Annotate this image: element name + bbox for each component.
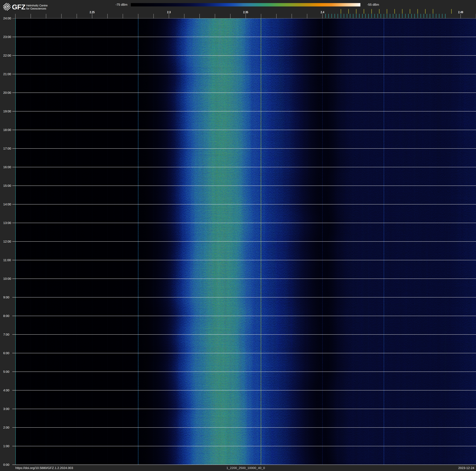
svg-text:6:00: 6:00 [3,351,9,355]
svg-text:13:00: 13:00 [3,221,11,225]
svg-text:2:00: 2:00 [3,426,9,429]
svg-text:GFZ: GFZ [12,3,25,11]
svg-text:9:00: 9:00 [3,295,9,299]
svg-text:1:00: 1:00 [3,444,9,448]
svg-text:2.4: 2.4 [321,10,324,14]
svg-text:15:00: 15:00 [3,184,11,187]
svg-text:for Geosciences: for Geosciences [26,7,46,10]
svg-text:-55 dBm: -55 dBm [367,3,379,6]
svg-text:4:00: 4:00 [3,388,9,392]
svg-text:3:00: 3:00 [3,407,9,411]
svg-text:20:00: 20:00 [3,91,11,94]
svg-text:11:00: 11:00 [3,258,11,262]
svg-text:24:00: 24:00 [3,17,11,20]
svg-text:-75 dBm: -75 dBm [116,3,127,6]
svg-text:2.3: 2.3 [167,10,170,14]
svg-text:0:00: 0:00 [3,463,9,466]
svg-text:1_2200_2500_10000_40_0: 1_2200_2500_10000_40_0 [226,466,265,470]
svg-text:19:00: 19:00 [3,109,11,113]
svg-text:17:00: 17:00 [3,147,11,150]
svg-text:2023-12-24: 2023-12-24 [458,466,474,470]
svg-text:2.49: 2.49 [458,10,463,14]
svg-text:8:00: 8:00 [3,314,9,318]
svg-text:2.25: 2.25 [90,10,95,14]
svg-text:18:00: 18:00 [3,128,11,132]
svg-text:7:00: 7:00 [3,333,9,336]
svg-text:Helmholtz Centre: Helmholtz Centre [26,4,48,7]
svg-text:21:00: 21:00 [3,72,11,76]
svg-text:23:00: 23:00 [3,35,11,38]
svg-text:10:00: 10:00 [3,277,11,280]
svg-text:5:00: 5:00 [3,370,9,373]
svg-text:14:00: 14:00 [3,202,11,206]
svg-text:2.35: 2.35 [243,10,248,14]
svg-text:https://doi.org/10.5880/GFZ.1.: https://doi.org/10.5880/GFZ.1.2.2024.003 [15,466,73,470]
svg-text:22:00: 22:00 [3,54,11,57]
svg-text:16:00: 16:00 [3,165,11,169]
svg-text:12:00: 12:00 [3,240,11,243]
